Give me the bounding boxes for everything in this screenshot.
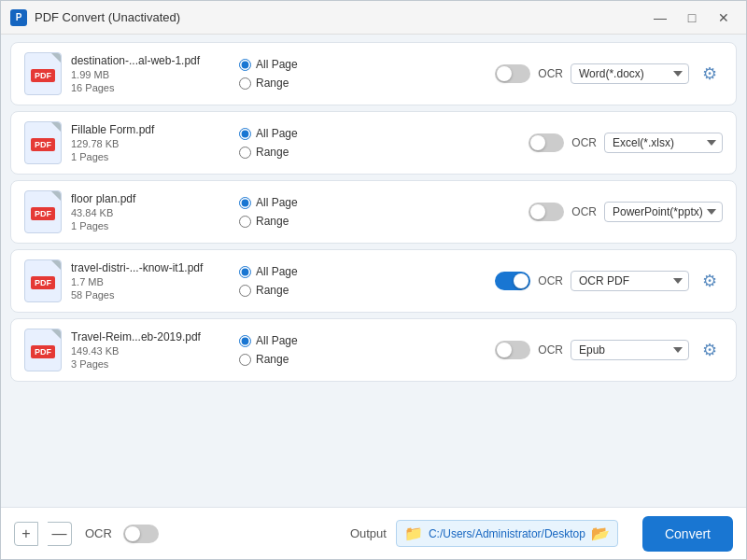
ocr-section: OCR Word(*.docx) Excel(*.xlsx) PowerPoin… [495, 61, 723, 87]
file-info: Travel-Reim...eb-2019.pdf 149.43 KB 3 Pa… [71, 330, 230, 370]
ocr-toggle[interactable] [495, 272, 530, 290]
file-info: travel-distri-...-know-it1.pdf 1.7 MB 58… [71, 261, 230, 301]
page-options: All Page Range [239, 58, 332, 90]
format-select[interactable]: Word(*.docx) Excel(*.xlsx) PowerPoint(*p… [604, 133, 723, 153]
output-path-text: C:/Users/Administrator/Desktop [429, 527, 585, 540]
page-options: All Page Range [239, 127, 332, 159]
file-size: 43.84 KB [71, 207, 230, 218]
bottom-ocr-label: OCR [85, 526, 112, 540]
all-page-option[interactable]: All Page [239, 334, 332, 347]
format-select[interactable]: Word(*.docx) Excel(*.xlsx) PowerPoint(*p… [571, 63, 689, 84]
all-page-option[interactable]: All Page [239, 58, 332, 71]
ocr-toggle[interactable] [529, 133, 564, 152]
table-row: PDF floor plan.pdf 43.84 KB 1 Pages All … [10, 180, 737, 244]
format-select[interactable]: Word(*.docx) Excel(*.xlsx) PowerPoint(*p… [571, 271, 689, 291]
table-row: PDF Travel-Reim...eb-2019.pdf 149.43 KB … [10, 318, 737, 382]
range-page-option[interactable]: Range [239, 77, 332, 90]
ocr-label: OCR [571, 205, 597, 218]
file-info: destination-...al-web-1.pdf 1.99 MB 16 P… [71, 54, 230, 93]
minimize-button[interactable]: — [647, 7, 673, 28]
file-name: Fillable Form.pdf [71, 123, 225, 136]
main-window: P PDF Convert (Unactivated) — □ ✕ PDF de… [0, 0, 747, 560]
pdf-badge: PDF [31, 276, 55, 289]
toggle-knob [497, 343, 512, 357]
toggle-knob [530, 135, 545, 150]
format-select[interactable]: Word(*.docx) Excel(*.xlsx) PowerPoint(*p… [571, 340, 689, 360]
pdf-file-icon: PDF [24, 259, 62, 302]
file-name: Travel-Reim...eb-2019.pdf [71, 330, 225, 343]
title-bar: P PDF Convert (Unactivated) — □ ✕ [1, 1, 746, 35]
toggle-knob [530, 204, 545, 219]
file-size: 149.43 KB [71, 345, 230, 357]
settings-button[interactable]: ⚙ [697, 268, 723, 294]
convert-button[interactable]: Convert [642, 516, 733, 552]
pdf-file-icon: PDF [24, 329, 62, 371]
range-page-option[interactable]: Range [239, 215, 332, 228]
file-pages: 1 Pages [71, 220, 230, 231]
toggle-knob [497, 66, 512, 81]
table-row: PDF destination-...al-web-1.pdf 1.99 MB … [10, 42, 737, 105]
pdf-file-icon: PDF [24, 121, 62, 164]
all-page-option[interactable]: All Page [239, 265, 332, 278]
ocr-label: OCR [538, 343, 563, 357]
table-row: PDF Fillable Form.pdf 129.78 KB 1 Pages … [10, 111, 737, 175]
ocr-label: OCR [538, 274, 563, 287]
browse-folder-icon[interactable]: 📂 [591, 525, 610, 542]
ocr-section: OCR Word(*.docx) Excel(*.xlsx) PowerPoin… [495, 268, 723, 294]
range-page-option[interactable]: Range [239, 284, 332, 297]
file-size: 1.99 MB [71, 69, 230, 80]
file-info: floor plan.pdf 43.84 KB 1 Pages [71, 192, 230, 231]
file-pages: 16 Pages [71, 82, 230, 93]
ocr-label: OCR [571, 136, 597, 149]
settings-button[interactable]: ⚙ [697, 337, 723, 363]
output-label: Output [350, 526, 387, 540]
all-page-option[interactable]: All Page [239, 196, 332, 209]
ocr-section: OCR Word(*.docx) Excel(*.xlsx) PowerPoin… [529, 133, 723, 153]
page-options: All Page Range [239, 265, 332, 297]
ocr-toggle[interactable] [529, 203, 564, 221]
all-page-option[interactable]: All Page [239, 127, 332, 140]
file-name: destination-...al-web-1.pdf [71, 54, 225, 67]
bottom-bar: + — OCR Output 📁 C:/Users/Administrator/… [1, 507, 746, 559]
page-options: All Page Range [239, 334, 332, 366]
ocr-label: OCR [538, 67, 563, 80]
file-info: Fillable Form.pdf 129.78 KB 1 Pages [71, 123, 230, 162]
file-pages: 1 Pages [71, 151, 230, 162]
global-ocr-toggle[interactable] [123, 525, 159, 543]
pdf-file-icon: PDF [24, 190, 62, 233]
page-options: All Page Range [239, 196, 332, 228]
settings-button[interactable]: ⚙ [697, 61, 723, 87]
add-file-button[interactable]: + [14, 522, 38, 546]
pdf-badge: PDF [31, 138, 55, 151]
range-page-option[interactable]: Range [239, 146, 332, 159]
maximize-button[interactable]: □ [679, 7, 705, 28]
app-icon: P [10, 9, 27, 26]
ocr-section: OCR Word(*.docx) Excel(*.xlsx) PowerPoin… [529, 202, 723, 222]
table-row: PDF travel-distri-...-know-it1.pdf 1.7 M… [10, 249, 737, 313]
output-path-display[interactable]: 📁 C:/Users/Administrator/Desktop 📂 [396, 520, 618, 547]
ocr-toggle[interactable] [495, 64, 530, 83]
file-pages: 58 Pages [71, 289, 230, 301]
folder-icon: 📁 [404, 525, 423, 542]
file-name: travel-distri-...-know-it1.pdf [71, 261, 225, 274]
ocr-toggle[interactable] [495, 341, 530, 359]
pdf-badge: PDF [31, 345, 55, 358]
file-size: 129.78 KB [71, 138, 230, 149]
file-list: PDF destination-...al-web-1.pdf 1.99 MB … [1, 35, 746, 507]
close-button[interactable]: ✕ [711, 7, 737, 28]
toggle-knob [125, 526, 140, 541]
remove-file-button[interactable]: — [48, 522, 72, 546]
pdf-badge: PDF [31, 207, 55, 220]
file-size: 1.7 MB [71, 276, 230, 287]
window-title: PDF Convert (Unactivated) [35, 10, 647, 24]
range-page-option[interactable]: Range [239, 353, 332, 366]
file-pages: 3 Pages [71, 358, 230, 370]
pdf-file-icon: PDF [24, 52, 62, 95]
window-controls: — □ ✕ [647, 7, 737, 28]
pdf-badge: PDF [31, 69, 55, 82]
format-select[interactable]: Word(*.docx) Excel(*.xlsx) PowerPoint(*p… [604, 202, 723, 222]
toggle-knob [514, 273, 529, 288]
ocr-section: OCR Word(*.docx) Excel(*.xlsx) PowerPoin… [495, 337, 723, 363]
file-name: floor plan.pdf [71, 192, 225, 205]
